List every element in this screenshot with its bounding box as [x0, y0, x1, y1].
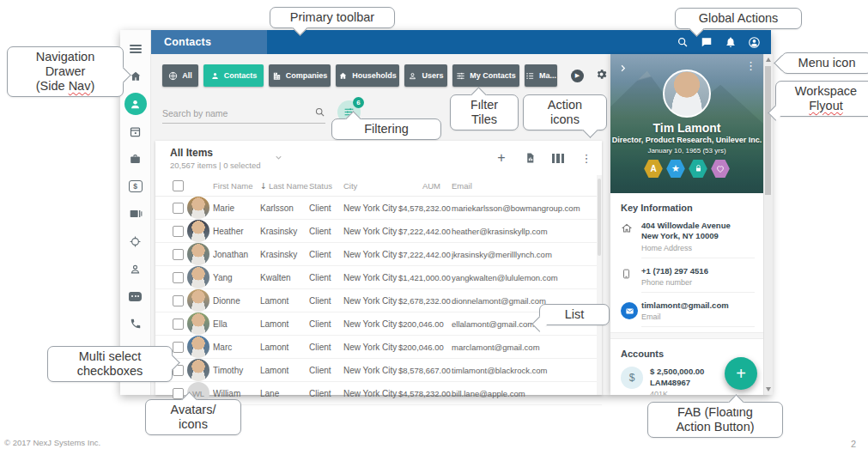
badge-lock-icon[interactable]	[689, 159, 708, 179]
row-checkbox[interactable]	[173, 203, 184, 214]
collapse-chevron-icon[interactable]	[618, 61, 628, 76]
person-outline-icon[interactable]	[124, 258, 147, 280]
email-icon	[621, 300, 641, 327]
tile-more[interactable]: Ma...	[525, 64, 557, 87]
callout-filter-tiles: Filter Tiles	[450, 94, 519, 130]
key-info-email[interactable]: timlamont@gmail.com Email	[610, 298, 763, 332]
fab-button[interactable]: +	[725, 357, 757, 390]
person-icon	[210, 71, 220, 81]
notifications-bell-icon[interactable]	[724, 36, 737, 49]
table-row[interactable]: Yang Kwalten Client New York City $1,421…	[155, 266, 602, 289]
badge-star-icon[interactable]: ★	[666, 159, 686, 179]
badge-a[interactable]: A	[644, 159, 664, 179]
avatar	[187, 289, 209, 312]
column-last-name[interactable]: ↓Last Name	[260, 181, 309, 191]
hamburger-menu-icon[interactable]	[124, 38, 147, 60]
column-first-name[interactable]: First Name	[213, 181, 260, 191]
avatar	[187, 266, 209, 288]
phone-icon[interactable]	[124, 312, 147, 335]
calendar-icon[interactable]	[124, 120, 147, 143]
user-account-icon[interactable]	[748, 36, 761, 49]
target-icon[interactable]	[124, 230, 147, 252]
search-input[interactable]	[162, 108, 314, 118]
tile-my-contacts[interactable]: My Contacts	[452, 64, 519, 87]
callout-fab: FAB (Floating Action Button)	[647, 402, 783, 438]
columns-icon[interactable]	[551, 151, 565, 165]
list-header: All Items 20,567 items | 0 selected + ⋮	[155, 141, 602, 175]
table-row[interactable]: Dionne Lamont Client New York City $2,67…	[155, 289, 602, 312]
avatar	[187, 359, 209, 381]
scrollbar-thumb[interactable]	[765, 66, 771, 195]
row-checkbox[interactable]	[173, 249, 184, 260]
scroll-up-arrow-icon[interactable]	[766, 58, 771, 62]
row-checkbox[interactable]	[173, 295, 184, 306]
chat-icon[interactable]	[700, 36, 713, 49]
key-info-phone[interactable]: +1 (718) 297 4516 Phone number	[610, 264, 763, 298]
plus-icon: +	[736, 364, 746, 384]
list-scrollbar[interactable]	[597, 175, 602, 395]
badge-heart-icon[interactable]	[711, 159, 731, 179]
smartphone-icon	[621, 266, 641, 293]
callout-list: List	[539, 304, 610, 325]
filter-count-badge: 6	[353, 97, 364, 108]
row-checkbox[interactable]	[173, 342, 184, 353]
list-action-icons: + ⋮	[495, 151, 593, 165]
column-city[interactable]: City	[343, 181, 398, 191]
search-field-icon[interactable]	[314, 106, 325, 121]
list-summary: 20,567 items | 0 selected	[170, 161, 260, 170]
contact-dob: January 10, 1965 (53 yrs)	[610, 147, 763, 155]
filter-tiles: All Contacts Companies Households Users	[162, 64, 610, 87]
tile-companies[interactable]: Companies	[269, 64, 331, 87]
tile-contacts[interactable]: Contacts	[203, 64, 264, 87]
app-window: $ Contacts	[120, 30, 771, 395]
global-actions	[676, 36, 771, 49]
main-area: Contacts All	[151, 30, 771, 395]
table-row[interactable]: Jonathan Krasinsky Client New York City …	[155, 243, 602, 266]
copyright-text: © 2017 NexJ Systems Inc.	[4, 438, 100, 447]
key-info-address[interactable]: 404 Willowdale Avenue New York, NY 10009…	[610, 218, 763, 264]
tile-users[interactable]: Users	[404, 64, 447, 87]
avatar	[187, 220, 209, 242]
tag-comment-icon[interactable]	[124, 285, 147, 307]
tile-all[interactable]: All	[162, 64, 198, 87]
export-file-icon[interactable]	[523, 151, 537, 165]
contact-card-icon[interactable]	[124, 203, 147, 225]
key-information-title: Key Information	[610, 193, 763, 218]
callout-navigation-drawer: Navigation Drawer (Side Nav)	[7, 46, 124, 97]
dollar-square-icon[interactable]: $	[124, 175, 147, 197]
row-checkbox[interactable]	[173, 318, 184, 330]
expand-tiles-icon[interactable]: ▶	[571, 70, 584, 82]
list-icon	[525, 71, 535, 81]
more-vertical-icon[interactable]: ⋮	[580, 151, 593, 165]
search-field[interactable]	[162, 104, 325, 124]
contact-name: Tim Lamont	[610, 121, 763, 135]
contacts-nav-icon[interactable]	[124, 93, 147, 115]
table-row[interactable]: Marie Karlsson Client New York City $4,5…	[155, 197, 602, 220]
row-checkbox[interactable]	[173, 388, 184, 399]
toolbar-title-segment: Contacts	[151, 30, 267, 54]
flyout-scrollbar[interactable]	[763, 54, 773, 395]
table-row[interactable]: Heather Krasinsky Client New York City $…	[155, 220, 602, 243]
column-email[interactable]: Email	[452, 181, 595, 191]
add-icon[interactable]: +	[495, 151, 508, 165]
row-checkbox[interactable]	[173, 272, 184, 283]
callout-global-actions: Global Actions	[675, 8, 802, 29]
table-row[interactable]: Marc Lamont Client New York City $200,04…	[155, 336, 602, 359]
tiles-settings-gear-icon[interactable]	[595, 68, 608, 84]
table-row[interactable]: Timothy Lamont Client New York City $8,5…	[155, 359, 602, 382]
avatar	[187, 336, 209, 358]
flyout-menu-icon[interactable]: ⋮	[745, 59, 756, 72]
row-checkbox[interactable]	[173, 226, 184, 237]
briefcase-icon[interactable]	[124, 148, 147, 170]
search-icon[interactable]	[676, 36, 689, 49]
scroll-down-arrow-icon[interactable]	[766, 387, 771, 391]
list-card: All Items 20,567 items | 0 selected + ⋮	[155, 141, 602, 395]
column-aum[interactable]: AUM	[398, 181, 440, 191]
tile-households[interactable]: Households	[336, 64, 399, 87]
column-status[interactable]: Status	[309, 181, 343, 191]
avatar	[187, 312, 209, 335]
flyout-photo-header: ⋮ Tim Lamont Director, Product Research,…	[610, 54, 763, 193]
callout-multi-select: Multi select checkboxes	[47, 346, 173, 382]
select-all-checkbox[interactable]	[173, 180, 184, 191]
list-dropdown-chevron-icon[interactable]	[274, 150, 283, 166]
